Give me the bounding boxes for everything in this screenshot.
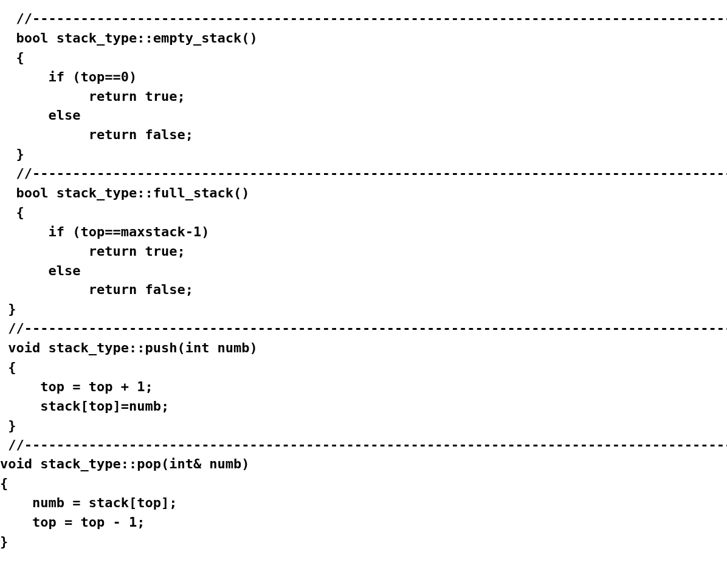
brace-open: { <box>0 360 16 375</box>
code-line: return true; <box>0 89 185 104</box>
fn-pop-signature: void stack_type::pop(int& numb) <box>0 456 250 471</box>
brace-open: { <box>0 476 8 491</box>
code-line: if (top==maxstack-1) <box>0 224 209 239</box>
code-line: return false; <box>0 127 193 142</box>
code-line: return true; <box>0 244 185 259</box>
code-line: else <box>0 108 80 123</box>
code-line: else <box>0 263 80 278</box>
code-line: top = top - 1; <box>0 514 145 530</box>
separator-comment: //--------------------------------------… <box>0 437 727 453</box>
code-line: if (top==0) <box>0 69 137 84</box>
fn-full-signature: bool stack_type::full_stack() <box>0 185 250 200</box>
brace-close: } <box>0 418 16 433</box>
separator-comment: //--------------------------------------… <box>0 166 727 181</box>
separator-comment: //--------------------------------------… <box>0 321 727 336</box>
brace-open: { <box>0 50 24 65</box>
code-line: top = top + 1; <box>0 379 153 394</box>
separator-comment: //--------------------------------------… <box>0 11 727 26</box>
brace-close: } <box>0 146 24 162</box>
code-line: numb = stack[top]; <box>0 495 177 510</box>
fn-push-signature: void stack_type::push(int numb) <box>0 340 258 355</box>
fn-empty-signature: bool stack_type::empty_stack() <box>0 30 258 46</box>
brace-close: } <box>0 534 8 549</box>
code-line: stack[top]=numb; <box>0 398 169 414</box>
code-block: //--------------------------------------… <box>0 9 727 552</box>
code-page: //--------------------------------------… <box>0 9 727 552</box>
brace-close: } <box>0 301 16 316</box>
brace-open: { <box>0 205 24 220</box>
code-line: return false; <box>0 282 193 297</box>
